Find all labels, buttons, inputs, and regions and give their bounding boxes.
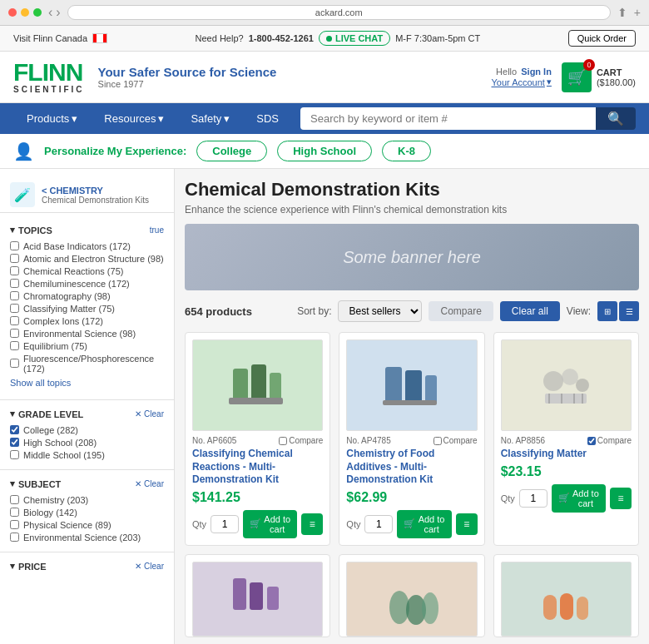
filter-item-env: Environmental Science (203) — [10, 531, 164, 543]
filter-item: Acid Base Indicators (172) — [10, 240, 164, 252]
list-btn-2[interactable]: ≡ — [456, 513, 478, 535]
cart-icon-1: 🛒 — [250, 518, 261, 529]
qty-label-2: Qty — [346, 519, 360, 529]
cart-badge: 0 — [583, 59, 595, 71]
persona-college-button[interactable]: College — [196, 141, 267, 161]
nav-item-sds[interactable]: SDS — [243, 103, 292, 134]
sort-select[interactable]: Best sellers — [338, 300, 422, 322]
share-icon[interactable]: ⬆ — [617, 6, 627, 19]
product-image — [501, 562, 632, 637]
logo[interactable]: FLINN SCIENTIFIC — [13, 60, 85, 94]
page-subtitle: Enhance the science experience with Flin… — [185, 204, 639, 215]
sidebar-section-subject: ▾ SUBJECT ✕ Clear Chemistry (203) Biolog… — [0, 473, 174, 548]
filter-item-chem: Chemistry (203) — [10, 493, 164, 506]
item-number-2: No. AP4785 — [346, 436, 390, 445]
quick-order-button[interactable]: Quick Order — [568, 30, 636, 47]
product-card: No. AP4785 Compare Chemistry of Food Add… — [339, 332, 484, 546]
cart-icon-2: 🛒 — [404, 518, 415, 529]
grid-view-button[interactable]: ⊞ — [597, 301, 617, 321]
add-tab-icon[interactable]: + — [634, 6, 641, 19]
search-input[interactable] — [300, 107, 596, 130]
nav-item-products[interactable]: Products ▾ — [13, 103, 91, 134]
minimize-dot[interactable] — [21, 8, 29, 17]
grade-header[interactable]: ▾ GRADE LEVEL ✕ Clear — [10, 409, 164, 419]
filter-item-college: College (282) — [10, 424, 164, 436]
svg-rect-16 — [233, 578, 246, 610]
clear-all-button[interactable]: Clear all — [500, 301, 560, 321]
grade-clear-button[interactable]: ✕ Clear — [135, 409, 164, 419]
qty-input-3[interactable] — [519, 489, 547, 508]
address-bar[interactable]: ackard.com — [67, 5, 611, 20]
nav-item-resources[interactable]: Resources ▾ — [91, 103, 177, 134]
cart-area[interactable]: 🛒 0 CART ($180.00) — [562, 62, 636, 92]
sidebar-section-topics: ▾ TOPICS true Acid Base Indicators (172)… — [0, 220, 174, 396]
subject-header[interactable]: ▾ SUBJECT ✕ Clear — [10, 478, 164, 489]
svg-rect-24 — [577, 597, 588, 620]
persona-highschool-button[interactable]: High School — [277, 141, 372, 161]
qty-label-1: Qty — [192, 519, 206, 529]
show-all-topics[interactable]: Show all topics — [10, 374, 164, 391]
qty-input-1[interactable] — [211, 515, 239, 533]
cart-price: ($180.00) — [597, 77, 636, 87]
filter-item: Chemical Reactions (75) — [10, 265, 164, 277]
add-to-cart-2[interactable]: 🛒 Add to cart — [397, 510, 451, 538]
filter-item-phys: Physical Science (89) — [10, 518, 164, 531]
search-button[interactable]: 🔍 — [596, 107, 636, 130]
product-card — [493, 554, 639, 637]
subject-clear-button[interactable]: ✕ Clear — [135, 479, 164, 488]
compare-checkbox-2[interactable]: Compare — [433, 436, 478, 445]
svg-rect-0 — [233, 369, 248, 402]
product-image — [192, 339, 323, 431]
chevron-down-icon: ▾ — [547, 77, 552, 87]
sign-in-link[interactable]: Sign In — [521, 67, 552, 77]
compare-checkbox-3[interactable]: Compare — [587, 436, 632, 445]
compare-button[interactable]: Compare — [429, 301, 493, 321]
breadcrumb-chemistry[interactable]: < CHEMISTRY — [42, 186, 149, 196]
product-meta-2: No. AP4785 Compare — [346, 436, 477, 445]
list-btn-3[interactable]: ≡ — [610, 488, 632, 509]
nav-item-safety[interactable]: Safety ▾ — [177, 103, 243, 134]
maximize-dot[interactable] — [33, 8, 42, 17]
view-label: View: — [567, 305, 591, 317]
product-image — [501, 339, 632, 431]
main-layout: 🧪 < CHEMISTRY Chemical Demonstration Kit… — [0, 169, 649, 644]
nav-products-label: Products — [27, 112, 69, 125]
hello-label: Hello Sign In — [491, 67, 551, 77]
price-header[interactable]: ▾ PRICE ✕ Clear — [10, 561, 164, 572]
compare-checkbox-1[interactable]: Compare — [279, 436, 323, 445]
filter-item-highschool: High School (208) — [10, 436, 164, 448]
list-view-button[interactable]: ☰ — [619, 301, 639, 321]
list-btn-1[interactable]: ≡ — [301, 513, 323, 535]
svg-rect-7 — [383, 400, 437, 405]
nav-sds-label: SDS — [256, 112, 279, 125]
live-chat-button[interactable]: LIVE CHAT — [319, 31, 390, 46]
svg-rect-17 — [250, 582, 263, 610]
subject-collapse-icon: ▾ — [10, 478, 15, 489]
logo-flinn: FLINN — [13, 60, 85, 85]
sort-label: Sort by: — [297, 305, 331, 317]
qty-input-2[interactable] — [364, 515, 393, 533]
product-card — [339, 554, 484, 637]
divider-3 — [0, 552, 174, 552]
price-clear-button[interactable]: ✕ Clear — [135, 562, 164, 571]
close-dot[interactable] — [8, 8, 17, 17]
product-image — [346, 562, 477, 637]
back-button[interactable]: ‹ — [48, 5, 52, 20]
your-account-link[interactable]: Your Account ▾ — [491, 77, 551, 87]
topics-header[interactable]: ▾ TOPICS true — [10, 225, 164, 235]
resources-chevron-icon: ▾ — [158, 112, 164, 125]
product-name-2: Chemistry of Food Additives - Multi-Demo… — [346, 448, 477, 487]
product-image — [192, 562, 323, 637]
forward-button[interactable]: › — [56, 5, 60, 20]
cart-label: CART — [597, 67, 636, 77]
persona-k8-button[interactable]: K-8 — [382, 141, 431, 161]
topics-list: Acid Base Indicators (172) Atomic and El… — [10, 240, 164, 374]
product-price-1: $141.25 — [192, 490, 323, 505]
cart-icon: 🛒 0 — [562, 62, 592, 92]
canada-flag-icon — [92, 33, 107, 43]
add-to-cart-3[interactable]: 🛒 Add to cart — [552, 484, 606, 513]
grade-collapse-icon: ▾ — [10, 409, 15, 419]
add-to-cart-1[interactable]: 🛒 Add to cart — [243, 510, 297, 538]
subject-list: Chemistry (203) Biology (142) Physical S… — [10, 493, 164, 543]
topics-clear-button[interactable]: true — [150, 225, 164, 235]
